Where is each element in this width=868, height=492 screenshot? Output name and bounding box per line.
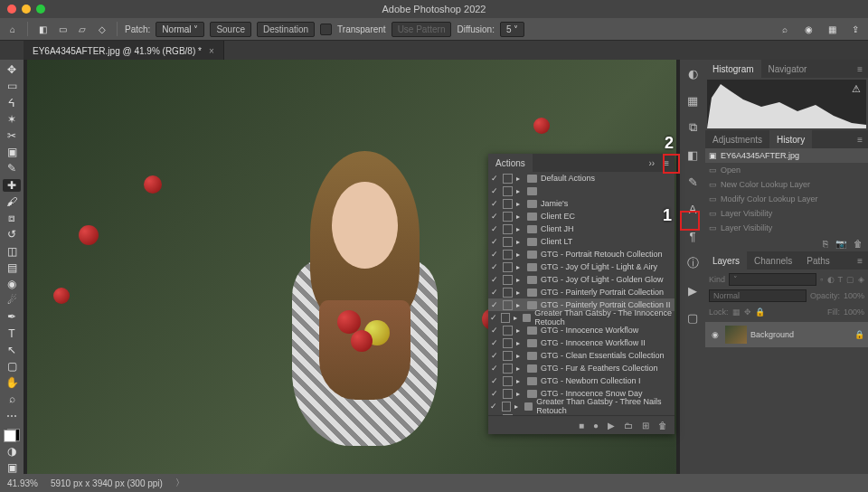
history-snapshot[interactable]: ▣EY6A4345AFTER.jpg <box>705 148 868 163</box>
shape1-icon[interactable]: ▭ <box>55 22 70 36</box>
action-set-row[interactable]: ✓▸Greater Than Gatsby - Three Nails Reto… <box>488 400 675 412</box>
marquee-tool[interactable]: ▭ <box>3 80 21 92</box>
visibility-icon[interactable]: ◉ <box>709 330 722 339</box>
screenmode-tool[interactable]: ▣ <box>3 461 21 474</box>
shape2-icon[interactable]: ▱ <box>75 22 90 36</box>
new-doc-from-state-icon[interactable]: ⎘ <box>823 239 828 249</box>
actions-tab[interactable]: Actions <box>488 154 533 172</box>
action-set-row[interactable]: ✓▸GTG - Innocence Workflow II <box>488 336 675 349</box>
history-step[interactable]: ▭New Color Lookup Layer <box>705 177 868 192</box>
collapse-icon[interactable]: ›› <box>645 158 658 168</box>
history-step[interactable]: ▭Layer Visibility <box>705 206 868 221</box>
home-icon[interactable]: ⌂ <box>5 22 20 36</box>
document-tab[interactable]: EY6A4345AFTER.jpg @ 41.9% (RGB/8) * × <box>24 41 224 61</box>
new-set-icon[interactable]: 🗀 <box>624 421 633 430</box>
action-set-row[interactable]: ✓▸Default Actions <box>488 172 675 184</box>
frame-tool[interactable]: ▣ <box>3 146 21 158</box>
properties-icon[interactable]: ▢ <box>684 309 701 326</box>
action-set-row[interactable]: ✓▸Client EC <box>488 210 675 222</box>
blur-tool[interactable]: ◉ <box>3 278 21 290</box>
close-tab-icon[interactable]: × <box>209 46 214 56</box>
navigator-tab[interactable]: Navigator <box>761 60 815 78</box>
wand-tool[interactable]: ✶ <box>3 113 21 126</box>
workspace-icon[interactable]: ▦ <box>825 22 839 36</box>
histogram-tab[interactable]: Histogram <box>705 60 761 78</box>
account-icon[interactable]: ◉ <box>801 22 816 36</box>
path-tool[interactable]: ↖ <box>3 344 21 356</box>
document-info[interactable]: 5910 px x 3940 px (300 ppi) <box>51 478 163 488</box>
history-step[interactable]: ▭Open <box>705 163 868 177</box>
actions-play-icon[interactable]: ▶ <box>684 282 701 298</box>
history-step[interactable]: ▭Layer Visibility <box>705 221 868 235</box>
paths-tab[interactable]: Paths <box>799 251 837 270</box>
search-icon[interactable]: ⌕ <box>778 22 792 36</box>
action-set-row[interactable]: ✓▸Client LT <box>488 235 675 248</box>
color-swatches[interactable] <box>4 430 20 441</box>
filter-pixel-icon[interactable]: ▫ <box>820 275 823 284</box>
crop-tool[interactable]: ✂ <box>3 129 21 142</box>
shape3-icon[interactable]: ◇ <box>95 22 109 36</box>
layer-background[interactable]: ◉ Background 🔒 <box>705 322 868 347</box>
lock-position-icon[interactable]: ✥ <box>744 308 751 317</box>
filter-smart-icon[interactable]: ◈ <box>858 275 864 284</box>
type-tool[interactable]: T <box>3 327 21 340</box>
layer-thumbnail[interactable] <box>725 326 747 344</box>
opacity-value[interactable]: 100% <box>844 291 864 300</box>
edit-toolbar[interactable]: ⋯ <box>3 410 21 422</box>
info-icon[interactable]: ⓘ <box>684 255 701 271</box>
stamp-tool[interactable]: ⧈ <box>3 212 21 224</box>
adjustments-icon[interactable]: ◧ <box>684 147 701 163</box>
action-set-row[interactable]: ✓▸ <box>488 184 675 197</box>
blend-mode-select[interactable]: Normal <box>709 289 807 302</box>
eyedropper-tool[interactable]: ✎ <box>3 162 21 175</box>
action-set-row[interactable]: ✓▸GTG - Fur & Feathers Collection <box>488 362 675 374</box>
fill-value[interactable]: 100% <box>844 308 864 317</box>
shape-tool[interactable]: ▢ <box>3 360 21 373</box>
action-set-row[interactable]: ✓▸GTG - Clean Essentials Collection <box>488 349 675 362</box>
stop-record-icon[interactable]: ■ <box>579 421 584 430</box>
filter-shape-icon[interactable]: ▢ <box>846 275 854 284</box>
transparent-checkbox[interactable] <box>320 24 332 35</box>
delete-action-icon[interactable]: 🗑 <box>658 421 667 430</box>
layers-menu-icon[interactable]: ≡ <box>852 256 868 266</box>
history-brush-tool[interactable]: ↺ <box>3 228 21 241</box>
adjustments-tab[interactable]: Adjustments <box>705 130 769 148</box>
begin-record-icon[interactable]: ● <box>593 421 599 430</box>
tool-preset-icon[interactable]: ◧ <box>35 22 50 36</box>
libraries-icon[interactable]: ⧉ <box>684 119 701 136</box>
hand-tool[interactable]: ✋ <box>3 376 21 389</box>
brush-panel-icon[interactable]: ✎ <box>684 174 701 190</box>
patch-tool[interactable]: ✚ <box>3 179 21 192</box>
quickmask-tool[interactable]: ◑ <box>3 445 21 458</box>
histogram-menu-icon[interactable]: ≡ <box>852 64 868 74</box>
lock-pixels-icon[interactable]: ▦ <box>732 308 741 317</box>
source-button[interactable]: Source <box>210 22 251 37</box>
swatches-panel-icon[interactable]: ▦ <box>684 92 701 109</box>
new-snapshot-icon[interactable]: 📷 <box>835 239 846 249</box>
gradient-tool[interactable]: ▤ <box>3 261 21 274</box>
new-action-icon[interactable]: ⊞ <box>642 421 649 430</box>
action-set-row[interactable]: ✓▸GTG - Joy Of Light - Golden Glow <box>488 273 675 286</box>
destination-button[interactable]: Destination <box>257 22 315 37</box>
history-step[interactable]: ▭Modify Color Lookup Layer <box>705 192 868 206</box>
action-set-row[interactable]: ✓▸Client JH <box>488 222 675 235</box>
paragraph-icon[interactable]: ¶ <box>684 228 701 244</box>
kind-filter[interactable]: ˅ <box>729 273 816 286</box>
action-set-row[interactable]: ✓▸Greater Than Gatsby - The Innocence Re… <box>488 311 675 324</box>
brush-tool[interactable]: 🖌 <box>3 195 21 208</box>
channels-tab[interactable]: Channels <box>747 251 799 270</box>
action-set-row[interactable]: ✓▸Jamie's <box>488 197 675 210</box>
share-icon[interactable]: ⇪ <box>848 22 863 36</box>
history-tab[interactable]: History <box>769 130 812 148</box>
action-set-row[interactable]: ✓▸GTG - Painterly Portrait Collection <box>488 286 675 298</box>
actions-panel-menu-icon[interactable]: ≡ <box>658 158 675 168</box>
filter-adjust-icon[interactable]: ◐ <box>827 275 835 284</box>
patch-mode-select[interactable]: Normal ˅ <box>156 22 204 37</box>
character-icon[interactable]: A <box>684 201 701 217</box>
dodge-tool[interactable]: ☄ <box>3 294 21 307</box>
zoom-tool[interactable]: ⌕ <box>3 393 21 405</box>
action-set-row[interactable]: ✓▸GTG - Newborn Collection I <box>488 374 675 387</box>
color-panel-icon[interactable]: ◐ <box>684 65 701 81</box>
filter-type-icon[interactable]: T <box>838 275 844 284</box>
history-menu-icon[interactable]: ≡ <box>852 135 868 145</box>
